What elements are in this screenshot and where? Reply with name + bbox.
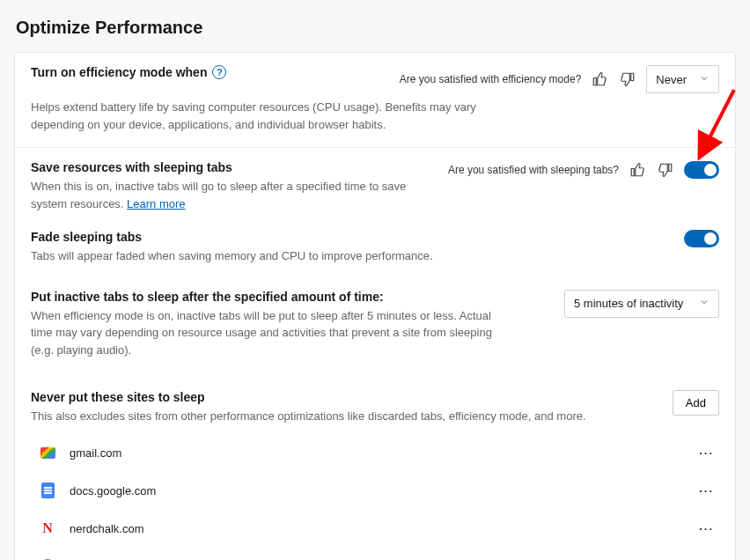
add-site-button[interactable]: Add xyxy=(673,390,719,416)
sleeping-tabs-toggle[interactable] xyxy=(684,161,719,179)
efficiency-feedback-prompt: Are you satisfied with efficiency mode? xyxy=(400,73,582,85)
nerdchalk-favicon-icon: N xyxy=(40,520,55,536)
inactive-time-title: Put inactive tabs to sleep after the spe… xyxy=(31,290,550,304)
site-url: docs.google.com xyxy=(70,484,680,497)
fade-tabs-desc: Tabs will appear faded when saving memor… xyxy=(31,247,506,265)
efficiency-mode-title-text: Turn on efficiency mode when xyxy=(31,65,207,79)
more-options-icon[interactable]: ··· xyxy=(694,481,719,501)
site-row: N nerdchalk.com ··· xyxy=(31,510,719,548)
thumbs-up-icon[interactable] xyxy=(590,70,609,89)
efficiency-mode-select[interactable]: Never xyxy=(646,65,719,93)
site-row: gmail.com ··· xyxy=(31,434,719,472)
efficiency-mode-select-value: Never xyxy=(656,73,687,86)
gmail-favicon-icon xyxy=(40,445,55,461)
more-options-icon[interactable]: ··· xyxy=(694,443,719,463)
chevron-down-icon xyxy=(699,297,710,310)
more-options-icon[interactable]: ··· xyxy=(694,519,719,539)
chevron-down-icon xyxy=(699,73,710,86)
fade-tabs-section: Fade sleeping tabs Tabs will appear fade… xyxy=(15,217,735,277)
sleeping-feedback-prompt: Are you satisfied with sleeping tabs? xyxy=(448,164,619,176)
inactive-time-section: Put inactive tabs to sleep after the spe… xyxy=(15,277,735,372)
never-sleep-desc: This also excludes sites from other perf… xyxy=(31,408,658,425)
learn-more-link[interactable]: Learn more xyxy=(127,197,185,210)
settings-panel: Turn on efficiency mode when ? Are you s… xyxy=(14,52,736,560)
fade-tabs-title: Fade sleeping tabs xyxy=(31,230,670,244)
help-icon[interactable]: ? xyxy=(212,65,226,79)
thumbs-down-icon[interactable] xyxy=(656,160,675,180)
thumbs-down-icon[interactable] xyxy=(618,70,637,89)
sleeping-tabs-desc-text: When this is on, inactive tabs will go t… xyxy=(31,180,406,210)
docs-favicon-icon xyxy=(40,483,55,498)
site-row: docs.google.com ··· xyxy=(31,472,719,510)
sleeping-tabs-section: Save resources with sleeping tabs When t… xyxy=(15,148,735,217)
sleeping-tabs-title: Save resources with sleeping tabs xyxy=(31,160,434,174)
efficiency-mode-section: Turn on efficiency mode when ? Are you s… xyxy=(15,53,735,148)
inactive-time-select[interactable]: 5 minutes of inactivity xyxy=(564,290,719,318)
never-sleep-section: Never put these sites to sleep This also… xyxy=(15,371,735,560)
sleeping-tabs-desc: When this is on, inactive tabs will go t… xyxy=(31,178,434,212)
more-options-icon[interactable]: ··· xyxy=(694,556,719,561)
page-title: Optimize Performance xyxy=(16,18,736,38)
inactive-time-desc: When efficiency mode is on, inactive tab… xyxy=(31,307,506,359)
site-list: gmail.com ··· docs.google.com ··· N nerd… xyxy=(31,434,719,561)
inactive-time-value: 5 minutes of inactivity xyxy=(574,297,683,310)
site-url: gmail.com xyxy=(70,446,680,460)
site-row: wordpress.com ··· xyxy=(31,548,719,561)
site-url: nerdchalk.com xyxy=(70,522,680,535)
fade-tabs-toggle[interactable] xyxy=(684,230,719,247)
thumbs-up-icon[interactable] xyxy=(628,160,647,180)
efficiency-mode-title: Turn on efficiency mode when ? xyxy=(31,65,386,79)
efficiency-mode-desc: Helps extend battery life by saving comp… xyxy=(31,99,506,133)
never-sleep-title: Never put these sites to sleep xyxy=(31,390,658,404)
